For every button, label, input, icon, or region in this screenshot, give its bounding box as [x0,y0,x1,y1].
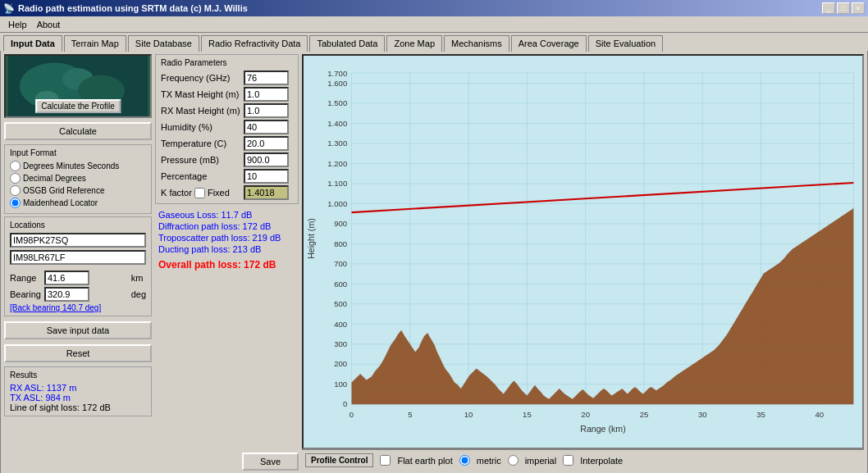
range-label: Range [10,273,41,283]
chart-area: 0 100 200 300 400 500 600 700 800 900 1.… [302,54,864,449]
calculate-button[interactable]: Calculate [4,122,152,140]
save-input-button[interactable]: Save input data [4,321,152,339]
radio-dd-input[interactable] [10,173,21,184]
radio-dms-input[interactable] [10,161,21,171]
rx-asl: RX ASL: 1137 m [10,383,146,393]
ducting-loss: Ducting path loss: 213 dB [158,244,295,254]
radio-dms[interactable]: Degrees Minutes Seconds [10,161,146,171]
close-button[interactable]: × [852,2,865,14]
radio-osgb-input[interactable] [10,185,21,196]
input-format-title: Input Format [10,148,146,157]
locations-box: Locations Range km Bearing deg [Back bea… [4,216,152,316]
rx-mast-input[interactable] [244,103,289,118]
bearing-unit: deg [131,289,146,299]
metric-radio[interactable] [459,455,470,466]
tab-area-coverage[interactable]: Area Coverage [511,35,587,52]
radio-params-box: Radio Parameters Frequency (GHz) TX Mast… [155,54,299,204]
percentage-label: Percentage [161,171,240,181]
bearing-label: Bearing [10,289,41,299]
window-controls[interactable]: _ □ × [822,2,865,14]
kfactor-input[interactable] [244,185,289,200]
humidity-input[interactable] [244,120,289,134]
tab-tabulated-data[interactable]: Tabulated Data [309,35,385,52]
radio-maidenhead-input[interactable] [10,198,21,208]
interpolate-checkbox[interactable] [563,455,573,466]
minimize-button[interactable]: _ [822,2,835,14]
calculate-profile-button[interactable]: Calculate the Profile [35,99,121,113]
interpolate-label: Interpolate [580,456,623,466]
svg-text:800: 800 [334,239,347,248]
los-loss: Line of sight loss: 172 dB [10,403,146,412]
results-box: Results RX ASL: 1137 m TX ASL: 984 m Lin… [4,366,152,416]
flat-earth-checkbox[interactable] [380,455,391,466]
tx-mast-label: TX Mast Height (m) [161,89,240,99]
save-button[interactable]: Save [242,453,299,471]
kfactor-fixed-checkbox[interactable] [194,188,205,198]
app-icon: 📡 [3,3,15,14]
location2-input[interactable] [10,250,146,265]
svg-text:0: 0 [349,410,354,419]
imperial-radio[interactable] [508,455,519,466]
svg-text:1.400: 1.400 [327,119,347,128]
tab-terrain-map[interactable]: Terrain Map [64,35,126,52]
range-input[interactable] [44,271,89,285]
tx-asl: TX ASL: 984 m [10,393,146,403]
tab-radio-refractivity[interactable]: Radio Refractivity Data [201,35,308,52]
radio-osgb[interactable]: OSGB Grid Reference [10,185,146,196]
pressure-input[interactable] [244,152,289,167]
profile-control-label: Profile Control [305,453,373,467]
svg-text:5: 5 [408,410,412,419]
menu-about[interactable]: About [32,18,66,31]
imperial-label: imperial [525,456,557,466]
bearing-input[interactable] [44,287,89,302]
tab-input-data[interactable]: Input Data [3,35,62,52]
svg-text:400: 400 [334,320,347,329]
radio-dd[interactable]: Decimal Degrees [10,173,146,184]
svg-text:700: 700 [334,259,347,268]
temperature-input[interactable] [244,136,289,151]
menu-help[interactable]: Help [3,18,32,31]
tab-site-evaluation[interactable]: Site Evaluation [588,35,663,52]
tab-mechanisms[interactable]: Mechanisms [444,35,509,52]
svg-text:300: 300 [334,339,347,348]
svg-text:1.100: 1.100 [327,179,347,188]
humidity-label: Humidity (%) [161,122,240,132]
frequency-input[interactable] [244,70,289,85]
center-column: Radio Parameters Frequency (GHz) TX Mast… [155,54,299,471]
back-bearing-link[interactable]: [Back bearing 140.7 deg] [10,303,146,312]
svg-text:30: 30 [698,410,707,419]
metric-label: metric [477,456,501,466]
range-unit: km [131,273,146,283]
svg-text:1.200: 1.200 [327,159,347,168]
radio-maidenhead-label: Maidenhead Locator [23,198,98,207]
svg-text:10: 10 [464,410,473,419]
save-button-area: Save [155,453,299,471]
svg-text:0: 0 [343,399,347,408]
profile-control: Profile Control Flat earth plot metric i… [302,449,864,471]
radio-maidenhead[interactable]: Maidenhead Locator [10,198,146,208]
loss-results: Gaseous Loss: 11.7 dB Diffraction path l… [155,207,299,274]
reset-button[interactable]: Reset [4,344,152,362]
svg-text:600: 600 [334,280,347,289]
maximize-button[interactable]: □ [837,2,850,14]
location1-input[interactable] [10,233,146,248]
svg-text:15: 15 [523,410,532,419]
svg-text:200: 200 [334,359,347,368]
diffraction-loss: Diffraction path loss: 172 dB [158,221,295,231]
terrain-chart: 0 100 200 300 400 500 600 700 800 900 1.… [304,56,862,448]
svg-text:Height (m): Height (m) [306,218,316,259]
svg-text:900: 900 [334,219,347,228]
menu-bar: Help About [0,16,868,33]
pressure-label: Pressure (mB) [161,155,240,165]
svg-text:1.600: 1.600 [327,79,347,88]
radio-params-title: Radio Parameters [161,58,293,67]
tab-zone-map[interactable]: Zone Map [386,35,442,52]
map-box: Calculate the Profile [4,54,152,118]
radio-dms-label: Degrees Minutes Seconds [23,161,119,171]
percentage-input[interactable] [244,169,289,184]
input-format-box: Input Format Degrees Minutes Seconds Dec… [4,144,152,214]
tab-site-database[interactable]: Site Database [128,35,199,52]
locations-title: Locations [10,221,146,230]
svg-text:25: 25 [640,410,649,419]
tx-mast-input[interactable] [244,87,289,102]
